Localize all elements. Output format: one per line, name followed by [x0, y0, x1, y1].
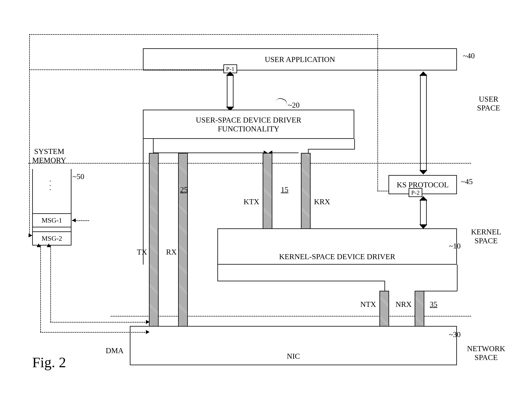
krx-label: KRX — [314, 197, 330, 206]
usd-driver-label: USER-SPACE DEVICE DRIVER FUNCTIONALITY — [196, 115, 301, 133]
usd-right-down — [354, 139, 355, 149]
usd-inner-left — [153, 139, 154, 153]
dma-label: DMA — [106, 346, 124, 355]
dma-arrow2 — [146, 320, 150, 324]
ksd-to-nrx-h — [423, 291, 457, 291]
ksd-driver-box: KERNEL-SPACE DEVICE DRIVER — [217, 228, 457, 265]
dma-up2 — [47, 243, 51, 247]
nic-box: NIC — [130, 326, 457, 365]
p1-dashed-line — [29, 69, 223, 70]
nic-top-break — [130, 327, 191, 329]
top-dashed-down — [377, 34, 378, 191]
ksd-to-ntx-v — [384, 281, 385, 291]
rx-label: RX — [166, 247, 177, 256]
user-application-label: USER APPLICATION — [265, 55, 335, 64]
ref-10: ~10 — [449, 241, 461, 250]
usd-inner-h — [153, 153, 265, 153]
ks-protocol-port-p2: P-2 — [409, 188, 422, 197]
usd-to-krx-v — [308, 149, 309, 153]
mem-msg1: MSG-1 — [32, 213, 72, 227]
architecture-diagram: USER SPACE KERNEL SPACE NETWORK SPACE US… — [0, 0, 532, 395]
usd-driver-box: USER-SPACE DEVICE DRIVER FUNCTIONALITY — [143, 110, 354, 139]
ksd-driver-label: KERNEL-SPACE DEVICE DRIVER — [279, 252, 395, 261]
ref-25: 25 — [180, 185, 188, 194]
ref-20: ~20 — [288, 101, 300, 110]
dma-arrow1 — [146, 330, 150, 334]
ntx-label: NTX — [360, 300, 376, 309]
kernel-space-label: KERNEL SPACE — [471, 227, 501, 245]
ks-protocol-box: KS PROTOCOL — [388, 175, 457, 194]
arrow-ksprotocol-ksdriver — [418, 196, 430, 228]
dma-v1 — [40, 246, 41, 332]
ksd-to-ntx-h — [217, 281, 384, 281]
dma-v2 — [50, 246, 51, 322]
ref-40: ~40 — [463, 51, 475, 60]
ref-35: 35 — [430, 300, 438, 309]
ref-50: ~50 — [72, 172, 84, 181]
rx-queue — [178, 153, 188, 328]
arrow-userapp-usddriver — [224, 71, 237, 111]
top-dashed — [29, 34, 377, 35]
ref-15: 15 — [281, 185, 288, 194]
leader-20 — [275, 97, 289, 107]
ktx-label: KTX — [244, 197, 259, 206]
user-space-label: USER SPACE — [477, 95, 500, 112]
user-kernel-boundary — [28, 163, 471, 164]
krx-back-h — [272, 153, 299, 153]
ksd-left-v — [217, 252, 218, 281]
mem-top-open — [33, 169, 71, 170]
dma-up1 — [37, 243, 41, 247]
ksd-right-v — [457, 265, 458, 291]
msg2-arrowhead-in — [28, 233, 32, 237]
network-space-label: NETWORK SPACE — [467, 344, 505, 362]
arrow-userapp-ksprotocol — [418, 71, 430, 174]
figure-label: Fig. 2 — [32, 354, 66, 371]
usd-to-krx-h — [308, 149, 355, 149]
p1-dashed-vert — [29, 34, 30, 236]
nrx-label: NRX — [395, 300, 412, 309]
ks-protocol-label: KS PROTOCOL — [397, 180, 449, 189]
sys-mem-label: SYSTEM MEMORY — [32, 147, 66, 165]
tx-queue — [149, 153, 159, 328]
msg1-arrowhead — [72, 218, 76, 222]
ref-30: ~30 — [449, 330, 461, 339]
dma-h2 — [50, 322, 147, 323]
user-application-box: USER APPLICATION — [143, 48, 457, 71]
ref-45: ~45 — [461, 177, 473, 186]
mem-dots: ··· — [49, 179, 51, 192]
dma-h1 — [40, 332, 147, 333]
usd-left-side — [143, 139, 144, 265]
nic-label: NIC — [287, 352, 300, 361]
tx-label: TX — [137, 247, 147, 256]
